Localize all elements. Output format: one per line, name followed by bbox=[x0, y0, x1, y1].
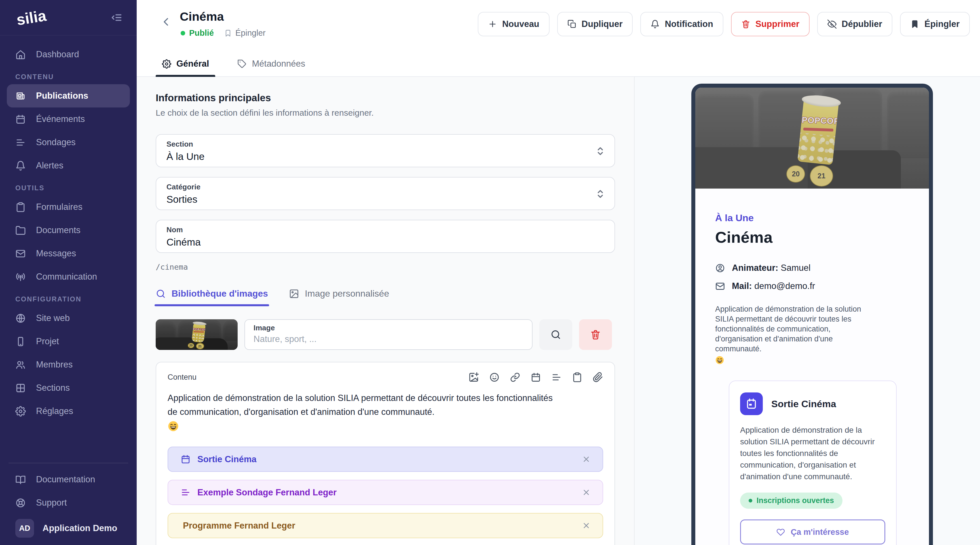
plus-icon bbox=[488, 19, 497, 29]
sidebar-group-configuration: CONFIGURATION bbox=[7, 288, 130, 307]
sidebar-item-formulaires[interactable]: Formulaires bbox=[7, 195, 130, 219]
list-icon[interactable] bbox=[551, 372, 562, 383]
notification-button[interactable]: Notification bbox=[640, 12, 723, 36]
sidebar-item-site-web[interactable]: Site web bbox=[7, 307, 130, 330]
close-icon[interactable] bbox=[582, 521, 591, 530]
attachment-program-chip[interactable]: Programme Fernand Leger bbox=[168, 513, 603, 538]
delete-button[interactable]: Supprimer bbox=[731, 12, 810, 36]
sidebar-item-dashboard[interactable]: Dashboard bbox=[7, 43, 130, 66]
image-search-button[interactable] bbox=[539, 319, 572, 350]
link-icon[interactable] bbox=[510, 372, 520, 383]
calendar-icon bbox=[15, 114, 26, 124]
content-editor[interactable]: Contenu Application de démonstration de … bbox=[156, 362, 615, 545]
sidebar-item-documentation[interactable]: Documentation bbox=[7, 468, 130, 491]
tab-metadonnees[interactable]: Métadonnées bbox=[231, 59, 311, 77]
button-label: Ça m'intéresse bbox=[791, 528, 849, 537]
status-badge: Publié bbox=[189, 29, 214, 38]
new-button[interactable]: Nouveau bbox=[478, 12, 550, 36]
section-select[interactable]: Section À la Une bbox=[156, 134, 615, 167]
mail-icon bbox=[715, 281, 725, 291]
sidebar-item-reglages[interactable]: Réglages bbox=[7, 400, 130, 423]
tab-general[interactable]: Général bbox=[156, 59, 215, 77]
sidebar-item-support[interactable]: Support bbox=[7, 491, 130, 514]
sidebar-item-sections[interactable]: Sections bbox=[7, 376, 130, 400]
close-icon[interactable] bbox=[582, 455, 591, 464]
copy-icon bbox=[567, 19, 576, 29]
sidebar-divider bbox=[8, 463, 128, 463]
image-delete-button[interactable] bbox=[579, 319, 612, 350]
bell-icon bbox=[651, 19, 660, 29]
cinema-thumbnail-art: POPCORN 20 21 bbox=[156, 319, 238, 350]
event-card-title: Sortie Cinéma bbox=[771, 399, 836, 410]
tab-label: Bibliothèque d'images bbox=[172, 288, 268, 299]
sidebar-item-alertes[interactable]: Alertes bbox=[7, 154, 130, 177]
sidebar-item-projet[interactable]: Projet bbox=[7, 330, 130, 353]
chevron-updown-icon[interactable] bbox=[594, 188, 606, 200]
interested-button[interactable]: Ça m'intéresse bbox=[740, 520, 885, 545]
sidebar-footer: Documentation Support AD Application Dem… bbox=[0, 463, 137, 545]
animator-label: Animateur: bbox=[732, 263, 778, 273]
sidebar-item-communication[interactable]: Communication bbox=[7, 265, 130, 288]
calendar-icon[interactable] bbox=[531, 372, 541, 383]
sidebar-item-membres[interactable]: Membres bbox=[7, 353, 130, 376]
sidebar-item-evenements[interactable]: Événements bbox=[7, 108, 130, 131]
chip-label: Exemple Sondage Fernand Leger bbox=[197, 488, 337, 497]
sidebar-collapse-icon[interactable] bbox=[110, 11, 123, 24]
user-name: Application Demo bbox=[43, 523, 118, 533]
categorie-select[interactable]: Catégorie Sorties bbox=[156, 177, 615, 210]
avatar: AD bbox=[15, 519, 34, 538]
smiley-icon[interactable] bbox=[489, 372, 500, 383]
chevron-updown-icon[interactable] bbox=[594, 145, 606, 157]
nom-field[interactable]: Nom Cinéma bbox=[156, 220, 615, 253]
grid-icon bbox=[15, 383, 26, 393]
image-thumbnail[interactable]: POPCORN 20 21 bbox=[156, 319, 238, 350]
image-plus-icon[interactable] bbox=[468, 372, 479, 383]
sidebar-item-label: Documentation bbox=[36, 474, 95, 485]
image-search-input[interactable]: Image Nature, sport, ... bbox=[245, 319, 533, 350]
field-value: Sorties bbox=[167, 194, 604, 205]
grinning-emoji-icon bbox=[715, 356, 724, 365]
section-subheading: Le choix de la section défini les inform… bbox=[156, 108, 634, 118]
image-icon bbox=[289, 289, 299, 299]
tab-custom-image[interactable]: Image personnalisée bbox=[289, 288, 389, 306]
phone-preview-frame: POPCORN 20 21 À la Une Cinéma Animateur:… bbox=[691, 84, 933, 545]
pin-button[interactable]: Épingler bbox=[900, 12, 970, 36]
sidebar-item-messages[interactable]: Messages bbox=[7, 242, 130, 265]
pin-label: Épingler bbox=[235, 29, 266, 38]
sidebar-group-outils: OUTILS bbox=[7, 177, 130, 195]
sidebar-item-publications[interactable]: Publications bbox=[7, 84, 130, 108]
back-button[interactable] bbox=[160, 15, 173, 29]
user-account[interactable]: AD Application Demo bbox=[7, 514, 130, 538]
pin-toggle[interactable]: Épingler bbox=[224, 29, 266, 38]
registration-badge: Inscriptions ouvertes bbox=[740, 493, 842, 509]
unpublish-button[interactable]: Dépublier bbox=[817, 12, 892, 36]
button-label: Supprimer bbox=[756, 19, 799, 29]
field-label: Section bbox=[167, 140, 604, 149]
list-icon bbox=[181, 488, 191, 497]
sidebar-item-label: Documents bbox=[36, 225, 81, 235]
clipboard-icon[interactable] bbox=[572, 372, 582, 383]
paperclip-icon[interactable] bbox=[593, 372, 603, 383]
sidebar-item-documents[interactable]: Documents bbox=[7, 219, 130, 242]
trash-icon bbox=[590, 329, 601, 340]
duplicate-button[interactable]: Dupliquer bbox=[557, 12, 633, 36]
attachment-event-chip[interactable]: Sortie Cinéma bbox=[168, 446, 603, 472]
content-label: Contenu bbox=[168, 373, 197, 382]
content-editor-header: Contenu bbox=[168, 372, 603, 383]
close-icon[interactable] bbox=[582, 488, 591, 497]
field-label: Image bbox=[253, 324, 523, 332]
mail-icon bbox=[15, 248, 26, 259]
preview-title: Cinéma bbox=[715, 228, 909, 246]
field-label: Catégorie bbox=[167, 183, 604, 191]
chip-label: Sortie Cinéma bbox=[197, 454, 256, 464]
sidebar-item-sondages[interactable]: Sondages bbox=[7, 131, 130, 154]
grinning-emoji-icon bbox=[168, 421, 179, 432]
bookmark-filled-icon bbox=[910, 19, 919, 29]
tab-image-library[interactable]: Bibliothèque d'images bbox=[156, 288, 268, 306]
editor-toolbar bbox=[468, 372, 603, 383]
preview-hero-image: POPCORN 20 21 bbox=[695, 87, 929, 189]
sidebar: silia Dashboard CONTENU Publications Évé… bbox=[0, 0, 137, 545]
page-tabs: Général Métadonnées bbox=[156, 59, 311, 77]
attachment-survey-chip[interactable]: Exemple Sondage Fernand Leger bbox=[168, 480, 603, 505]
content-text[interactable]: Application de démonstration de la solut… bbox=[168, 391, 565, 419]
